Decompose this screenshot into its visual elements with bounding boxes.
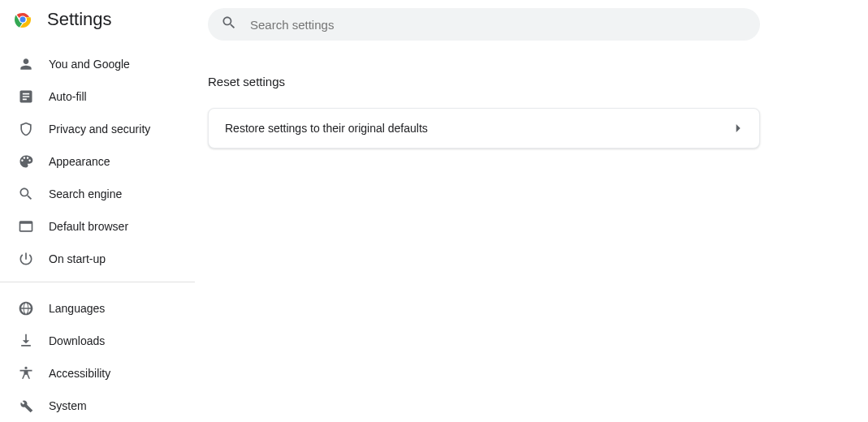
- person-icon: [18, 56, 34, 72]
- sidebar-item-label: Appearance: [49, 155, 110, 168]
- sidebar-item-label: Privacy and security: [49, 123, 150, 136]
- restore-defaults-row[interactable]: Restore settings to their original defau…: [209, 109, 759, 148]
- sidebar-group-advanced: Languages Downloads Accessibility System: [0, 289, 208, 422]
- sidebar-item-downloads[interactable]: Downloads: [0, 325, 208, 357]
- page-title: Settings: [47, 9, 112, 30]
- palette-icon: [18, 153, 34, 170]
- wrench-icon: [18, 398, 34, 414]
- sidebar-item-privacy[interactable]: Privacy and security: [0, 113, 208, 145]
- svg-point-2: [20, 16, 26, 22]
- chrome-logo-icon: [13, 10, 32, 29]
- settings-app: Settings You and Google Auto-fill Privac…: [0, 0, 868, 422]
- sidebar-item-system[interactable]: System: [0, 390, 208, 422]
- browser-icon: [18, 218, 34, 235]
- sidebar-item-label: Downloads: [49, 334, 105, 347]
- sidebar-item-label: Languages: [49, 302, 105, 315]
- sidebar-item-you-and-google[interactable]: You and Google: [0, 48, 208, 80]
- chevron-right-icon: [735, 124, 743, 132]
- sidebar-item-label: Accessibility: [49, 367, 110, 380]
- download-icon: [18, 333, 34, 349]
- sidebar-item-search-engine[interactable]: Search engine: [0, 178, 208, 210]
- sidebar-item-accessibility[interactable]: Accessibility: [0, 357, 208, 390]
- reset-settings-card: Restore settings to their original defau…: [208, 108, 760, 149]
- search-wrap: [208, 8, 760, 41]
- sidebar-item-label: You and Google: [49, 58, 130, 71]
- sidebar-item-label: Search engine: [49, 187, 122, 200]
- sidebar-item-label: Auto-fill: [49, 90, 87, 103]
- sidebar-item-autofill[interactable]: Auto-fill: [0, 80, 208, 113]
- sidebar-divider: [0, 282, 195, 282]
- sidebar-item-label: Default browser: [49, 220, 128, 233]
- sidebar-item-default-browser[interactable]: Default browser: [0, 210, 208, 243]
- restore-defaults-label: Restore settings to their original defau…: [225, 122, 428, 135]
- search-input[interactable]: [250, 18, 760, 32]
- sidebar-item-languages[interactable]: Languages: [0, 292, 208, 325]
- sidebar-item-appearance[interactable]: Appearance: [0, 145, 208, 178]
- autofill-icon: [18, 88, 34, 105]
- power-icon: [18, 251, 34, 267]
- sidebar-item-on-startup[interactable]: On start-up: [0, 243, 208, 275]
- sidebar-item-label: System: [49, 399, 87, 412]
- search-icon: [221, 15, 237, 34]
- sidebar: Settings You and Google Auto-fill Privac…: [0, 0, 208, 422]
- search-icon: [18, 186, 34, 202]
- accessibility-icon: [18, 365, 34, 381]
- sidebar-item-label: On start-up: [49, 252, 106, 265]
- globe-icon: [18, 300, 34, 316]
- sidebar-group-main: You and Google Auto-fill Privacy and sec…: [0, 38, 208, 275]
- shield-icon: [18, 121, 34, 137]
- search-bar[interactable]: [208, 8, 760, 41]
- main-content: Reset settings Restore settings to their…: [208, 0, 868, 422]
- sidebar-header: Settings: [0, 0, 208, 38]
- section-title: Reset settings: [208, 75, 285, 88]
